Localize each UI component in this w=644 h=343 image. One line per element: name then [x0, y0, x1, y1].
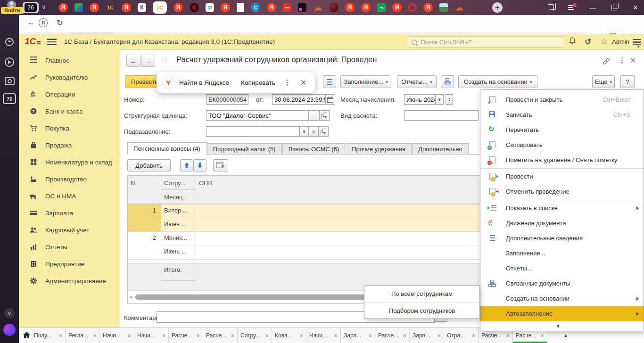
- taskbar-tab[interactable]: Зарп...×: [341, 328, 375, 343]
- doc-forward-button[interactable]: →: [141, 55, 155, 67]
- org-unit-field[interactable]: ТОО "Диалог-Сервис": [206, 110, 309, 121]
- 1c-logo[interactable]: 1С: [25, 36, 41, 47]
- browser-tab-favicon[interactable]: [439, 3, 448, 12]
- browser-tab-favicon[interactable]: Я: [423, 3, 433, 12]
- browser-tab-favicon[interactable]: [313, 3, 322, 12]
- search-input[interactable]: [420, 38, 553, 46]
- browser-tab-favicon[interactable]: Я: [221, 3, 230, 12]
- org-open-icon[interactable]: [319, 110, 330, 121]
- menu-scroll-down-icon[interactable]: ▼: [556, 324, 561, 329]
- row-employee[interactable]: Мяник...: [164, 234, 187, 241]
- browser-tab-favicon[interactable]: К: [138, 3, 146, 12]
- browser-tab-favicon[interactable]: Я: [267, 3, 276, 12]
- sidebar-item-reports[interactable]: Отчеты: [19, 240, 120, 254]
- browser-tab-favicon[interactable]: Я: [173, 3, 183, 12]
- browser-tab-favicon[interactable]: [237, 3, 244, 12]
- browser-tab-favicon[interactable]: [454, 3, 464, 12]
- browser-tab-favicon[interactable]: ©: [206, 3, 214, 12]
- additional-info-button[interactable]: [323, 75, 336, 88]
- browser-tab-favicon[interactable]: C: [251, 3, 260, 12]
- menu-item-show-in-list[interactable]: ▸Показать в списке: [480, 201, 644, 216]
- menu-item-fill[interactable]: Заполнение...: [480, 246, 644, 261]
- app-menu-icon[interactable]: [47, 39, 57, 47]
- window-close-button[interactable]: ×: [628, 0, 643, 15]
- department-clear-icon[interactable]: x: [309, 126, 318, 137]
- menu-item-copy[interactable]: +Скопировать: [480, 138, 644, 153]
- browser-tab-favicon[interactable]: [298, 3, 306, 12]
- department-field[interactable]: [206, 126, 299, 137]
- browser-tab-favicon[interactable]: Я: [345, 3, 355, 12]
- sidebar-item-fixed-assets[interactable]: ОС и НМА: [19, 189, 120, 203]
- browser-back-icon[interactable]: ←: [27, 15, 35, 30]
- taskbar-tab[interactable]: Кова...×: [272, 328, 306, 343]
- score-badge[interactable]: 76: [0, 93, 19, 104]
- hscroll-left-icon[interactable]: ◀: [129, 295, 132, 299]
- document-tab[interactable]: Подоходный налог (5): [207, 143, 282, 155]
- sidebar-item-hr[interactable]: Кадровый учет: [19, 223, 120, 237]
- org-choose-button[interactable]: ...: [309, 110, 319, 121]
- col-header-opv[interactable]: ОПВ: [199, 180, 212, 187]
- tab-close-icon[interactable]: ×: [540, 332, 544, 339]
- submenu-item[interactable]: Подбором сотрудников: [364, 302, 479, 319]
- menu-item-additional-info[interactable]: Дополнительные сведения: [480, 231, 644, 246]
- calc-kind-field[interactable]: [404, 110, 479, 121]
- yandex-services-icon[interactable]: Я: [39, 18, 48, 27]
- browser-tab-favicon[interactable]: Учет: [283, 3, 291, 12]
- more-button[interactable]: Еще▾: [592, 75, 615, 88]
- tab-list-chevron-icon[interactable]: ∨: [41, 3, 46, 10]
- sidebar-item-manager[interactable]: Руководителю: [19, 70, 120, 84]
- doc-more-icon[interactable]: ⋮: [619, 56, 626, 65]
- create-based-on-button[interactable]: Создать на основании▾: [458, 75, 537, 88]
- sidebar-item-operations[interactable]: ДтКтОперации: [19, 87, 120, 101]
- move-down-button[interactable]: [193, 159, 206, 172]
- screenshot-camera-icon[interactable]: [0, 77, 19, 85]
- tab-close-icon[interactable]: ×: [93, 332, 97, 339]
- move-up-button[interactable]: [180, 159, 193, 172]
- taskbar-tab[interactable]: Расче...×: [169, 328, 203, 343]
- tab-close-icon[interactable]: ×: [471, 332, 475, 339]
- number-field[interactable]: БК000000054: [206, 94, 248, 105]
- login-badge[interactable]: Войти: [1, 7, 24, 14]
- taskbar-tab[interactable]: Начи...×: [100, 328, 134, 343]
- menu-item-linked-docs[interactable]: Связанные документы: [480, 276, 644, 291]
- popup-more-icon[interactable]: ⋮: [284, 78, 291, 87]
- history-clock-icon[interactable]: ↺: [585, 37, 591, 47]
- browser-tab-favicon[interactable]: 1С: [106, 3, 115, 12]
- side-panels-icon[interactable]: [544, 0, 557, 15]
- document-tab[interactable]: Дополнительно: [412, 143, 469, 155]
- col-header-n[interactable]: N: [131, 180, 135, 187]
- tab-close-icon[interactable]: ×: [506, 332, 510, 339]
- popup-close-icon[interactable]: ✕: [300, 78, 306, 87]
- tab-close-icon[interactable]: ×: [299, 332, 303, 339]
- browser-tab-favicon[interactable]: ¬: [377, 3, 386, 12]
- tab-close-icon[interactable]: ×: [334, 332, 338, 339]
- doc-close-icon[interactable]: ✕: [630, 56, 636, 65]
- browser-tab-favicon[interactable]: [408, 3, 417, 12]
- sidebar-item-sales[interactable]: Продажа: [19, 138, 120, 152]
- sidebar-item-main[interactable]: Главное: [19, 53, 120, 67]
- taskbar-tab[interactable]: Отра...×: [444, 328, 479, 343]
- new-tab-button[interactable]: +: [492, 2, 503, 13]
- document-tab[interactable]: Прочие удержания: [346, 143, 412, 155]
- tab-close-icon[interactable]: ×: [231, 332, 234, 339]
- document-tab[interactable]: Взносы ОСМС (6): [282, 143, 346, 155]
- taskbar-tab[interactable]: Начи...×: [306, 328, 341, 343]
- menu-item-reread[interactable]: ↻Перечитать: [480, 122, 644, 138]
- table-settings-button[interactable]: [213, 159, 228, 172]
- sidebar-item-nomenclature[interactable]: Номенклатура и склад: [19, 155, 120, 169]
- browser-tab-favicon[interactable]: Я: [122, 3, 131, 12]
- global-search[interactable]: [408, 36, 564, 48]
- col-header-month[interactable]: Месяц...: [164, 194, 188, 201]
- tab-counter[interactable]: 26: [23, 2, 39, 13]
- sidebar-item-production[interactable]: Производство: [19, 172, 120, 186]
- tab-close-icon[interactable]: ×: [403, 332, 406, 339]
- row-employee[interactable]: Витор ...: [164, 207, 188, 214]
- notifications-bell-icon[interactable]: [569, 37, 576, 46]
- browser-tab-favicon[interactable]: Я: [392, 3, 402, 12]
- browser-tab-favicon[interactable]: [329, 3, 339, 12]
- browser-tab-favicon[interactable]: Я: [90, 3, 99, 12]
- doc-back-button[interactable]: ←: [126, 55, 140, 67]
- tab-close-icon[interactable]: ×: [196, 332, 200, 339]
- row-month[interactable]: Июнь ...: [164, 220, 187, 228]
- fill-button[interactable]: Заполнение...▾: [340, 75, 391, 88]
